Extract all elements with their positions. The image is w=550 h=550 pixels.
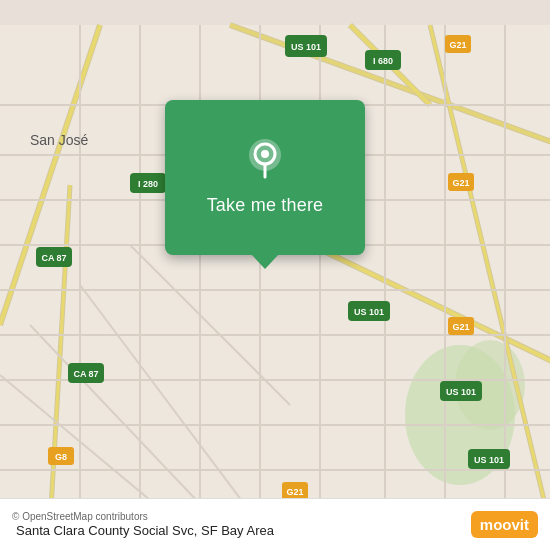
svg-text:G8: G8 bbox=[55, 452, 67, 462]
map-attribution: © OpenStreetMap contributors bbox=[12, 511, 471, 522]
place-name: Santa Clara County Social Svc, SF Bay Ar… bbox=[12, 523, 471, 538]
popup-card[interactable]: Take me there bbox=[165, 100, 365, 255]
moovit-logo: moovit bbox=[471, 511, 538, 538]
svg-text:CA 87: CA 87 bbox=[41, 253, 66, 263]
take-me-there-button[interactable]: Take me there bbox=[199, 191, 332, 220]
svg-text:G21: G21 bbox=[452, 322, 469, 332]
svg-point-68 bbox=[261, 150, 269, 158]
map-container: San José US 101 I 680 G21 G21 G21 US 101… bbox=[0, 0, 550, 550]
svg-text:CA 87: CA 87 bbox=[73, 369, 98, 379]
svg-text:G21: G21 bbox=[452, 178, 469, 188]
location-pin-icon bbox=[241, 135, 289, 183]
bottom-bar: © OpenStreetMap contributors Santa Clara… bbox=[0, 498, 550, 550]
svg-text:G21: G21 bbox=[286, 487, 303, 497]
map-background: San José US 101 I 680 G21 G21 G21 US 101… bbox=[0, 0, 550, 550]
svg-text:US 101: US 101 bbox=[446, 387, 476, 397]
svg-text:G21: G21 bbox=[449, 40, 466, 50]
svg-text:US 101: US 101 bbox=[354, 307, 384, 317]
svg-text:US 101: US 101 bbox=[474, 455, 504, 465]
svg-text:I 680: I 680 bbox=[373, 56, 393, 66]
svg-text:US 101: US 101 bbox=[291, 42, 321, 52]
svg-text:San José: San José bbox=[30, 132, 89, 148]
moovit-label: moovit bbox=[480, 516, 529, 533]
svg-text:I 280: I 280 bbox=[138, 179, 158, 189]
